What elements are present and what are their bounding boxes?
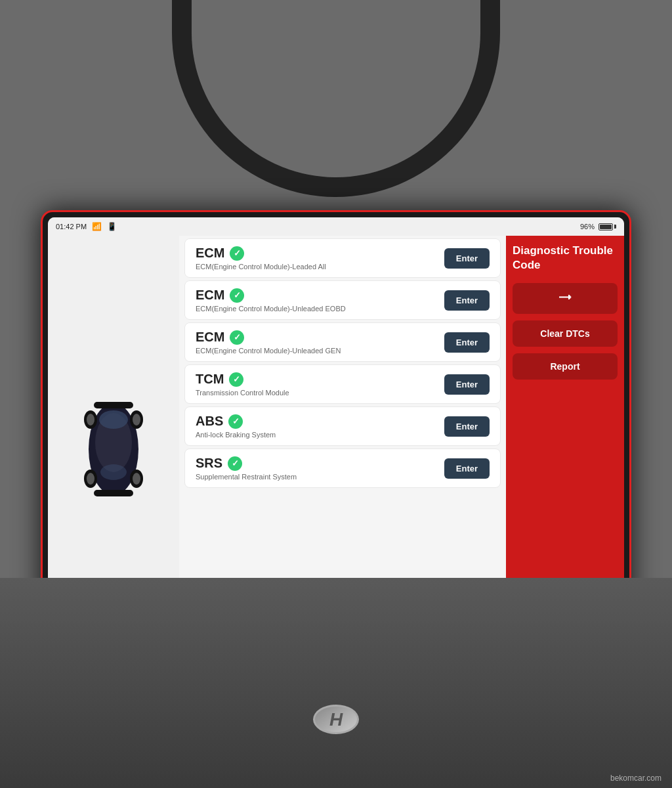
- module-info-ecm2: ECM ✓ ECM(Engine Control Module)-Unleade…: [196, 288, 436, 313]
- enter-button-ecm3[interactable]: Enter: [444, 332, 490, 353]
- module-desc-tcm: Transmission Control Module: [196, 389, 436, 397]
- signal-icon: 📱: [107, 222, 117, 231]
- svg-rect-13: [94, 490, 133, 496]
- svg-point-8: [87, 414, 94, 426]
- module-name-ecm2: ECM: [196, 288, 224, 303]
- module-title-row: ECM ✓: [196, 246, 436, 261]
- clear-dtcs-button[interactable]: Clear DTCs: [513, 320, 618, 347]
- module-item-abs: ABS ✓ Anti-lock Braking System Enter: [184, 406, 501, 446]
- svg-rect-12: [94, 402, 133, 408]
- car-svg: [68, 383, 159, 515]
- module-item-srs: SRS ✓ Supplemental Restraint System Ente…: [184, 449, 501, 488]
- dtc-title: Diagnostic Trouble Code: [513, 244, 618, 276]
- clear-dtcs-label: Clear DTCs: [540, 328, 589, 339]
- check-icon-ecm2: ✓: [230, 288, 244, 303]
- svg-point-10: [87, 473, 94, 485]
- module-title-row-3: ECM ✓: [196, 330, 436, 345]
- report-label: Report: [550, 361, 579, 372]
- car-image: [68, 383, 159, 515]
- exit-icon: ⭢: [558, 291, 572, 306]
- status-right: 96%: [580, 223, 616, 230]
- bottom-area: H: [0, 578, 672, 788]
- check-icon-tcm: ✓: [229, 372, 243, 387]
- module-desc-srs: Supplemental Restraint System: [196, 473, 436, 481]
- status-left: 01:42 PM 📶 📱: [56, 222, 117, 231]
- enter-button-tcm[interactable]: Enter: [444, 374, 490, 395]
- module-desc-abs: Anti-lock Braking System: [196, 431, 436, 439]
- module-name-abs: ABS: [196, 414, 223, 429]
- hyundai-logo: H: [310, 703, 362, 735]
- module-desc-ecm3: ECM(Engine Control Module)-Unleaded GEN: [196, 347, 436, 355]
- check-icon-ecm1: ✓: [230, 246, 244, 261]
- status-bar: 01:42 PM 📶 📱 96%: [48, 217, 624, 236]
- check-icon-abs: ✓: [228, 414, 243, 429]
- module-name-tcm: TCM: [196, 372, 224, 387]
- enter-button-abs[interactable]: Enter: [444, 416, 490, 437]
- svg-point-11: [133, 473, 140, 485]
- check-icon-srs: ✓: [228, 456, 242, 471]
- module-name-srs: SRS: [196, 456, 222, 471]
- enter-button-ecm1[interactable]: Enter: [444, 248, 490, 269]
- module-title-row-5: ABS ✓: [196, 414, 436, 429]
- module-item-ecm2: ECM ✓ ECM(Engine Control Module)-Unleade…: [184, 280, 501, 320]
- module-info-abs: ABS ✓ Anti-lock Braking System: [196, 414, 436, 439]
- module-title-row-4: TCM ✓: [196, 372, 436, 387]
- module-name-ecm3: ECM: [196, 330, 224, 345]
- module-title-row-2: ECM ✓: [196, 288, 436, 303]
- module-item-tcm: TCM ✓ Transmission Control Module Enter: [184, 364, 501, 404]
- module-info-ecm1: ECM ✓ ECM(Engine Control Module)-Leaded …: [196, 246, 436, 271]
- module-item-ecm3: ECM ✓ ECM(Engine Control Module)-Unleade…: [184, 322, 501, 362]
- module-info-tcm: TCM ✓ Transmission Control Module: [196, 372, 436, 397]
- module-title-row-6: SRS ✓: [196, 456, 436, 471]
- check-icon-ecm3: ✓: [230, 330, 244, 345]
- svg-point-9: [133, 414, 140, 426]
- module-desc-ecm1: ECM(Engine Control Module)-Leaded All: [196, 263, 436, 271]
- battery-icon: [598, 223, 616, 230]
- steering-wheel-top: [172, 0, 500, 197]
- enter-button-srs[interactable]: Enter: [444, 458, 490, 479]
- enter-button-ecm2[interactable]: Enter: [444, 290, 490, 311]
- battery-percent: 96%: [580, 223, 595, 230]
- report-button[interactable]: Report: [513, 353, 618, 380]
- background: 01:42 PM 📶 📱 96%: [0, 0, 672, 788]
- module-item-ecm1: ECM ✓ ECM(Engine Control Module)-Leaded …: [184, 238, 501, 278]
- status-time: 01:42 PM: [56, 223, 87, 230]
- module-desc-ecm2: ECM(Engine Control Module)-Unleaded EOBD: [196, 305, 436, 313]
- svg-text:H: H: [329, 709, 343, 730]
- module-info-ecm3: ECM ✓ ECM(Engine Control Module)-Unleade…: [196, 330, 436, 355]
- svg-point-3: [100, 464, 127, 480]
- module-name-ecm1: ECM: [196, 246, 224, 261]
- wifi-icon: 📶: [92, 222, 102, 231]
- svg-point-2: [99, 410, 128, 429]
- bekomcar-watermark: bekomcar.com: [610, 774, 662, 783]
- exit-button[interactable]: ⭢: [513, 283, 618, 314]
- hyundai-h-emblem: H: [313, 705, 359, 734]
- module-info-srs: SRS ✓ Supplemental Restraint System: [196, 456, 436, 481]
